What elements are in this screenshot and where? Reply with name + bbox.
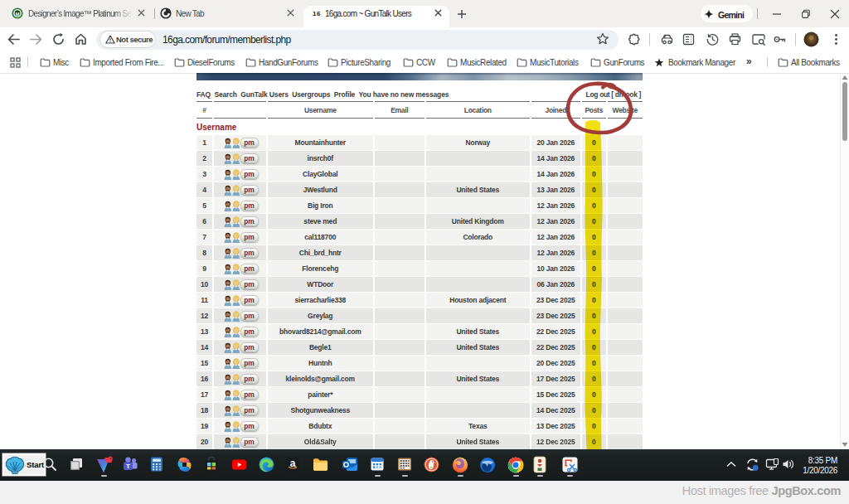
svg-text:a: a — [290, 458, 296, 469]
svg-text:T: T — [126, 463, 130, 470]
svg-text:M: M — [16, 11, 20, 16]
